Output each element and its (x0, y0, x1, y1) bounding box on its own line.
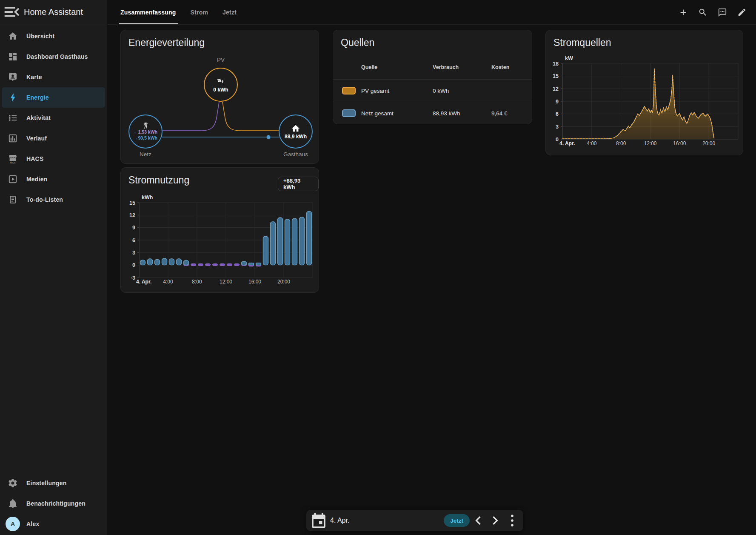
svg-text:8:00: 8:00 (192, 279, 202, 285)
add-button[interactable] (673, 3, 693, 22)
bar-grid-consumption[interactable] (271, 222, 276, 265)
svg-text:kW: kW (565, 55, 573, 61)
grid-node-label: Netz (120, 151, 171, 157)
pv-node[interactable]: 0 kWh (204, 68, 238, 102)
bar-grid-consumption[interactable] (155, 259, 160, 265)
pv-node-value: 0 kWh (213, 87, 228, 93)
flow-dot (267, 135, 271, 139)
sidebar-item-karte[interactable]: Karte (2, 67, 105, 87)
sidebar-item-alex[interactable]: AAlex (2, 514, 105, 534)
bar-return[interactable] (227, 264, 232, 266)
grid-node[interactable]: ←1,53 kWh →90,5 kWh (128, 114, 163, 149)
tab-strom[interactable]: Strom (183, 0, 215, 24)
svg-text:4. Apr.: 4. Apr. (136, 279, 151, 285)
sidebar-item-label: Benachrichtigungen (26, 500, 86, 507)
bar-grid-consumption[interactable] (184, 260, 189, 265)
search-button[interactable] (693, 3, 713, 22)
date-menu-button[interactable] (504, 512, 521, 529)
power-sources-area-chart[interactable]: 03691215184. Apr.4:008:0012:0016:0020:00… (546, 30, 744, 156)
calendar-button[interactable] (310, 512, 328, 529)
menu-open-icon (2, 2, 22, 22)
sidebar-item-label: Übersicht (26, 33, 54, 40)
svg-text:12: 12 (553, 86, 559, 92)
sidebar-item-label: Medien (26, 176, 47, 183)
bar-return[interactable] (198, 264, 203, 266)
menu-toggle-button[interactable] (2, 2, 22, 22)
header-actions (673, 3, 752, 22)
avatar: A (6, 517, 20, 531)
bar-grid-consumption[interactable] (256, 263, 261, 265)
pencil-icon (737, 8, 747, 17)
sidebar-item-to-do-listen[interactable]: To-do-Listen (2, 189, 105, 210)
sidebar-item-medien[interactable]: Medien (2, 169, 105, 189)
svg-text:kWh: kWh (142, 195, 153, 200)
svg-text:3: 3 (132, 250, 135, 256)
edit-dashboard-button[interactable] (732, 3, 752, 22)
bar-grid-consumption[interactable] (169, 259, 174, 265)
sidebar-item-dashboard-gasthaus[interactable]: Dashboard Gasthaus (2, 46, 105, 67)
bar-grid-consumption[interactable] (292, 218, 297, 265)
sidebar-item-aktivit-t[interactable]: Aktivität (2, 108, 105, 128)
pv-area-fill (562, 69, 714, 139)
bar-grid-consumption[interactable] (300, 217, 305, 265)
bar-grid-consumption[interactable] (285, 219, 290, 265)
bar-return[interactable] (191, 264, 196, 266)
svg-text:12:00: 12:00 (220, 279, 232, 285)
sidebar-item-label: Energie (26, 94, 49, 101)
bar-grid-consumption[interactable] (242, 261, 247, 265)
bar-grid-consumption[interactable] (148, 259, 153, 265)
sidebar-item-verlauf[interactable]: Verlauf (2, 128, 105, 149)
home-node-value: 88,9 kWh (285, 134, 307, 140)
bar-grid-consumption[interactable] (140, 260, 145, 265)
dashboard-icon (8, 51, 18, 62)
svg-text:HACS: HACS (10, 162, 15, 164)
sources-table: QuelleVerbrauchKostenPV gesamt0 kWhNetz … (333, 55, 532, 124)
power-sources-card: Stromquellen 03691215184. Apr.4:008:0012… (545, 30, 743, 155)
table-row-netz-gesamt: Netz gesamt88,93 kWh9,64 € (333, 102, 532, 124)
svg-text:-3: -3 (131, 275, 135, 281)
view-tabs: ZusammenfassungStromJetzt (113, 0, 244, 24)
bar-grid-consumption[interactable] (263, 236, 268, 265)
date-picker-bar: 4. Apr. Jetzt (306, 510, 523, 531)
bar-return[interactable] (205, 264, 211, 266)
tab-jetzt[interactable]: Jetzt (215, 0, 244, 24)
home-node-label: Gasthaus (270, 151, 321, 157)
bar-grid-consumption[interactable] (162, 258, 167, 265)
sources-card: Quellen QuelleVerbrauchKostenPV gesamt0 … (333, 30, 532, 124)
column-header-kosten: Kosten (491, 64, 532, 70)
home-node[interactable]: 88,9 kWh (279, 114, 313, 149)
karte-icon (8, 72, 18, 82)
bar-return[interactable] (234, 264, 240, 266)
bar-return[interactable] (213, 264, 218, 266)
svg-text:12: 12 (129, 212, 135, 218)
svg-text:15: 15 (553, 73, 559, 79)
sidebar-item-benachrichtigungen[interactable]: Benachrichtigungen (2, 493, 105, 514)
svg-text:16:00: 16:00 (248, 279, 261, 285)
selected-date: 4. Apr. (330, 517, 349, 524)
sidebar: Home Assistant ÜbersichtDashboard Gastha… (0, 0, 107, 535)
bar-grid-consumption[interactable] (249, 263, 254, 265)
sidebar-item-bersicht[interactable]: Übersicht (2, 26, 105, 46)
svg-text:20:00: 20:00 (702, 140, 715, 146)
today-button[interactable]: Jetzt (444, 514, 470, 527)
bar-grid-consumption[interactable] (307, 212, 312, 265)
previous-period-button[interactable] (470, 512, 487, 529)
svg-text:8:00: 8:00 (616, 140, 626, 146)
table-row-pv-gesamt: PV gesamt0 kWh (333, 79, 532, 102)
assist-button[interactable] (713, 3, 732, 22)
sidebar-item-hacs[interactable]: HACSHACS (2, 149, 105, 169)
tab-zusammenfassung[interactable]: Zusammenfassung (113, 0, 183, 24)
sources-table-header: QuelleVerbrauchKosten (333, 55, 532, 79)
sidebar-item-energie[interactable]: Energie (2, 87, 105, 108)
sidebar-item-einstellungen[interactable]: Einstellungen (2, 473, 105, 493)
next-period-button[interactable] (487, 512, 504, 529)
sidebar-item-label: HACS (26, 155, 43, 162)
bar-return[interactable] (220, 264, 225, 266)
pv-node-label: PV (195, 57, 246, 63)
bar-grid-consumption[interactable] (278, 217, 283, 265)
svg-text:20:00: 20:00 (277, 279, 290, 285)
bar-grid-consumption[interactable] (177, 259, 182, 265)
power-usage-bar-chart[interactable]: -3036912154. Apr.4:008:0012:0016:0020:00… (121, 168, 320, 293)
search-icon (698, 8, 708, 17)
svg-text:18: 18 (553, 61, 559, 67)
